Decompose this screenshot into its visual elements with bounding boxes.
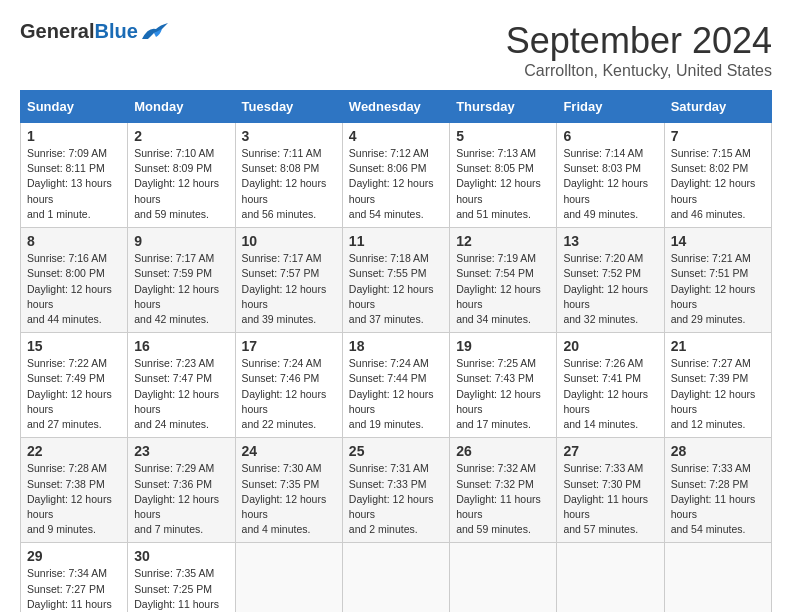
- logo-general-text: General: [20, 20, 94, 42]
- calendar-cell: 29Sunrise: 7:34 AMSunset: 7:27 PMDayligh…: [21, 543, 128, 612]
- day-number: 18: [349, 338, 443, 354]
- day-number: 19: [456, 338, 550, 354]
- calendar-cell: 10Sunrise: 7:17 AMSunset: 7:57 PMDayligh…: [235, 228, 342, 333]
- day-info: Sunrise: 7:14 AMSunset: 8:03 PMDaylight:…: [563, 146, 657, 222]
- day-info: Sunrise: 7:24 AMSunset: 7:44 PMDaylight:…: [349, 356, 443, 432]
- day-number: 14: [671, 233, 765, 249]
- day-info: Sunrise: 7:30 AMSunset: 7:35 PMDaylight:…: [242, 461, 336, 537]
- calendar-cell: 26Sunrise: 7:32 AMSunset: 7:32 PMDayligh…: [450, 438, 557, 543]
- header-day-sunday: Sunday: [21, 91, 128, 123]
- day-number: 5: [456, 128, 550, 144]
- page-header: GeneralBlue September 2024 Carrollton, K…: [20, 20, 772, 80]
- day-number: 13: [563, 233, 657, 249]
- calendar-cell: 12Sunrise: 7:19 AMSunset: 7:54 PMDayligh…: [450, 228, 557, 333]
- calendar-cell: 14Sunrise: 7:21 AMSunset: 7:51 PMDayligh…: [664, 228, 771, 333]
- day-info: Sunrise: 7:35 AMSunset: 7:25 PMDaylight:…: [134, 566, 228, 612]
- location-text: Carrollton, Kentucky, United States: [506, 62, 772, 80]
- header-day-friday: Friday: [557, 91, 664, 123]
- logo-blue-text: Blue: [94, 20, 137, 42]
- day-info: Sunrise: 7:18 AMSunset: 7:55 PMDaylight:…: [349, 251, 443, 327]
- calendar-cell: [450, 543, 557, 612]
- day-info: Sunrise: 7:26 AMSunset: 7:41 PMDaylight:…: [563, 356, 657, 432]
- calendar-cell: 8Sunrise: 7:16 AMSunset: 8:00 PMDaylight…: [21, 228, 128, 333]
- day-number: 17: [242, 338, 336, 354]
- calendar-cell: 15Sunrise: 7:22 AMSunset: 7:49 PMDayligh…: [21, 333, 128, 438]
- day-info: Sunrise: 7:13 AMSunset: 8:05 PMDaylight:…: [456, 146, 550, 222]
- day-number: 15: [27, 338, 121, 354]
- calendar-cell: 22Sunrise: 7:28 AMSunset: 7:38 PMDayligh…: [21, 438, 128, 543]
- header-day-thursday: Thursday: [450, 91, 557, 123]
- calendar-cell: 1Sunrise: 7:09 AMSunset: 8:11 PMDaylight…: [21, 123, 128, 228]
- day-number: 27: [563, 443, 657, 459]
- day-info: Sunrise: 7:21 AMSunset: 7:51 PMDaylight:…: [671, 251, 765, 327]
- day-info: Sunrise: 7:33 AMSunset: 7:30 PMDaylight:…: [563, 461, 657, 537]
- calendar-body: 1Sunrise: 7:09 AMSunset: 8:11 PMDaylight…: [21, 123, 772, 613]
- calendar-cell: [342, 543, 449, 612]
- day-number: 11: [349, 233, 443, 249]
- day-info: Sunrise: 7:27 AMSunset: 7:39 PMDaylight:…: [671, 356, 765, 432]
- calendar-cell: [557, 543, 664, 612]
- calendar-cell: 17Sunrise: 7:24 AMSunset: 7:46 PMDayligh…: [235, 333, 342, 438]
- day-info: Sunrise: 7:17 AMSunset: 7:59 PMDaylight:…: [134, 251, 228, 327]
- day-info: Sunrise: 7:33 AMSunset: 7:28 PMDaylight:…: [671, 461, 765, 537]
- day-info: Sunrise: 7:20 AMSunset: 7:52 PMDaylight:…: [563, 251, 657, 327]
- logo-bird-icon: [140, 21, 170, 43]
- day-info: Sunrise: 7:12 AMSunset: 8:06 PMDaylight:…: [349, 146, 443, 222]
- day-info: Sunrise: 7:24 AMSunset: 7:46 PMDaylight:…: [242, 356, 336, 432]
- day-number: 2: [134, 128, 228, 144]
- day-number: 24: [242, 443, 336, 459]
- day-number: 26: [456, 443, 550, 459]
- calendar-cell: 3Sunrise: 7:11 AMSunset: 8:08 PMDaylight…: [235, 123, 342, 228]
- day-number: 9: [134, 233, 228, 249]
- calendar-cell: 28Sunrise: 7:33 AMSunset: 7:28 PMDayligh…: [664, 438, 771, 543]
- header-day-tuesday: Tuesday: [235, 91, 342, 123]
- day-info: Sunrise: 7:16 AMSunset: 8:00 PMDaylight:…: [27, 251, 121, 327]
- header-row: SundayMondayTuesdayWednesdayThursdayFrid…: [21, 91, 772, 123]
- week-row-1: 1Sunrise: 7:09 AMSunset: 8:11 PMDaylight…: [21, 123, 772, 228]
- calendar-cell: 5Sunrise: 7:13 AMSunset: 8:05 PMDaylight…: [450, 123, 557, 228]
- day-info: Sunrise: 7:28 AMSunset: 7:38 PMDaylight:…: [27, 461, 121, 537]
- day-info: Sunrise: 7:15 AMSunset: 8:02 PMDaylight:…: [671, 146, 765, 222]
- week-row-2: 8Sunrise: 7:16 AMSunset: 8:00 PMDaylight…: [21, 228, 772, 333]
- week-row-3: 15Sunrise: 7:22 AMSunset: 7:49 PMDayligh…: [21, 333, 772, 438]
- logo: GeneralBlue: [20, 20, 170, 43]
- day-number: 22: [27, 443, 121, 459]
- calendar-header: SundayMondayTuesdayWednesdayThursdayFrid…: [21, 91, 772, 123]
- calendar-cell: 13Sunrise: 7:20 AMSunset: 7:52 PMDayligh…: [557, 228, 664, 333]
- calendar-cell: 11Sunrise: 7:18 AMSunset: 7:55 PMDayligh…: [342, 228, 449, 333]
- day-info: Sunrise: 7:34 AMSunset: 7:27 PMDaylight:…: [27, 566, 121, 612]
- calendar-table: SundayMondayTuesdayWednesdayThursdayFrid…: [20, 90, 772, 612]
- day-info: Sunrise: 7:11 AMSunset: 8:08 PMDaylight:…: [242, 146, 336, 222]
- day-number: 16: [134, 338, 228, 354]
- day-number: 7: [671, 128, 765, 144]
- day-number: 23: [134, 443, 228, 459]
- day-info: Sunrise: 7:23 AMSunset: 7:47 PMDaylight:…: [134, 356, 228, 432]
- title-section: September 2024 Carrollton, Kentucky, Uni…: [506, 20, 772, 80]
- month-title: September 2024: [506, 20, 772, 62]
- day-number: 29: [27, 548, 121, 564]
- calendar-cell: 19Sunrise: 7:25 AMSunset: 7:43 PMDayligh…: [450, 333, 557, 438]
- week-row-5: 29Sunrise: 7:34 AMSunset: 7:27 PMDayligh…: [21, 543, 772, 612]
- calendar-cell: 21Sunrise: 7:27 AMSunset: 7:39 PMDayligh…: [664, 333, 771, 438]
- calendar-cell: 23Sunrise: 7:29 AMSunset: 7:36 PMDayligh…: [128, 438, 235, 543]
- day-number: 25: [349, 443, 443, 459]
- day-number: 30: [134, 548, 228, 564]
- header-day-monday: Monday: [128, 91, 235, 123]
- calendar-cell: 7Sunrise: 7:15 AMSunset: 8:02 PMDaylight…: [664, 123, 771, 228]
- day-number: 21: [671, 338, 765, 354]
- week-row-4: 22Sunrise: 7:28 AMSunset: 7:38 PMDayligh…: [21, 438, 772, 543]
- day-info: Sunrise: 7:25 AMSunset: 7:43 PMDaylight:…: [456, 356, 550, 432]
- day-info: Sunrise: 7:09 AMSunset: 8:11 PMDaylight:…: [27, 146, 121, 222]
- calendar-cell: [664, 543, 771, 612]
- day-info: Sunrise: 7:19 AMSunset: 7:54 PMDaylight:…: [456, 251, 550, 327]
- calendar-cell: [235, 543, 342, 612]
- day-info: Sunrise: 7:29 AMSunset: 7:36 PMDaylight:…: [134, 461, 228, 537]
- calendar-cell: 18Sunrise: 7:24 AMSunset: 7:44 PMDayligh…: [342, 333, 449, 438]
- day-number: 6: [563, 128, 657, 144]
- calendar-cell: 27Sunrise: 7:33 AMSunset: 7:30 PMDayligh…: [557, 438, 664, 543]
- calendar-cell: 6Sunrise: 7:14 AMSunset: 8:03 PMDaylight…: [557, 123, 664, 228]
- day-number: 8: [27, 233, 121, 249]
- day-info: Sunrise: 7:17 AMSunset: 7:57 PMDaylight:…: [242, 251, 336, 327]
- calendar-cell: 30Sunrise: 7:35 AMSunset: 7:25 PMDayligh…: [128, 543, 235, 612]
- calendar-cell: 16Sunrise: 7:23 AMSunset: 7:47 PMDayligh…: [128, 333, 235, 438]
